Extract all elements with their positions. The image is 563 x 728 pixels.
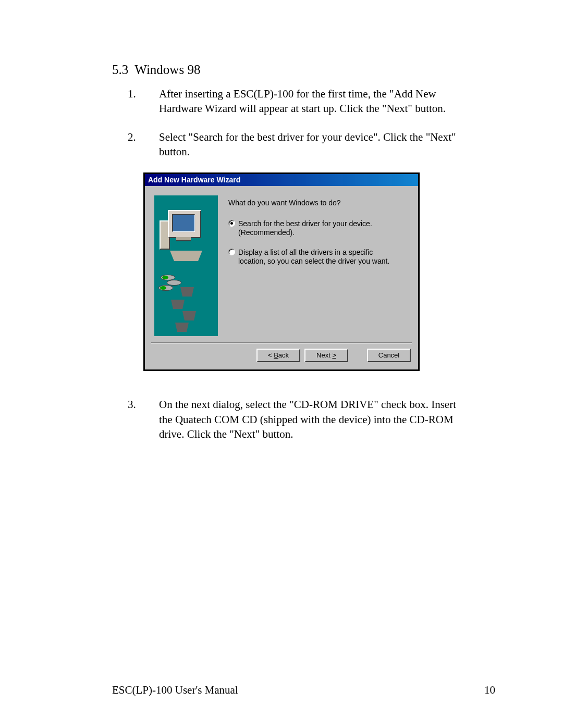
step-list: 1. After inserting a ESC(LP)-100 for the…	[112, 87, 495, 159]
section-heading: 5.3 Windows 98	[112, 63, 495, 77]
radio-label: Search for the best driver for your devi…	[238, 219, 409, 238]
footer-title: ESC(LP)-100 User's Manual	[112, 684, 238, 697]
radio-icon	[228, 249, 235, 255]
step-item: 2. Select "Search for the best driver fo…	[128, 130, 495, 159]
keyboard-icon	[170, 251, 202, 261]
radio-icon	[228, 220, 235, 227]
wizard-dialog: Add New Hardware Wizard	[145, 174, 418, 369]
step-item: 3. On the next dialog, select the "CD-RO…	[128, 397, 495, 441]
dialog-button-row: < Back Next > Cancel	[145, 343, 418, 369]
next-button[interactable]: Next >	[304, 349, 348, 362]
wizard-graphic	[154, 195, 218, 336]
monitor-screen-icon	[172, 214, 195, 232]
step-number: 3.	[128, 397, 159, 441]
radio-option-search[interactable]: Search for the best driver for your devi…	[228, 219, 409, 238]
monitor-stand-icon	[176, 237, 191, 241]
radio-label: Display a list of all the drivers in a s…	[238, 248, 409, 266]
page-number: 10	[484, 684, 495, 697]
cancel-button[interactable]: Cancel	[367, 349, 411, 362]
dialog-prompt: What do you want Windows to do?	[228, 199, 409, 208]
step-list-continued: 3. On the next dialog, select the "CD-RO…	[112, 397, 495, 441]
cd-icon	[158, 285, 173, 291]
step-text: After inserting a ESC(LP)-100 for the fi…	[159, 87, 495, 116]
step-text: Select "Search for the best driver for y…	[159, 130, 495, 159]
section-title: Windows 98	[134, 63, 200, 77]
screenshot-dialog: Add New Hardware Wizard	[143, 172, 420, 371]
wizard-content: What do you want Windows to do? Search f…	[218, 195, 409, 336]
back-button[interactable]: < Back	[256, 349, 300, 362]
step-item: 1. After inserting a ESC(LP)-100 for the…	[128, 87, 495, 116]
dialog-titlebar: Add New Hardware Wizard	[145, 174, 418, 186]
monitor-icon	[168, 210, 201, 238]
page-footer: ESC(LP)-100 User's Manual 10	[112, 684, 495, 697]
step-number: 2.	[128, 130, 159, 159]
step-number: 1.	[128, 87, 159, 116]
floppy-icon	[180, 287, 194, 297]
radio-option-list[interactable]: Display a list of all the drivers in a s…	[228, 248, 409, 266]
section-number: 5.3	[112, 63, 128, 77]
floppy-icon	[182, 311, 196, 320]
dialog-body: What do you want Windows to do? Search f…	[145, 186, 418, 342]
floppy-icon	[171, 300, 185, 309]
floppy-icon	[175, 323, 189, 332]
step-text: On the next dialog, select the "CD-ROM D…	[159, 397, 495, 441]
